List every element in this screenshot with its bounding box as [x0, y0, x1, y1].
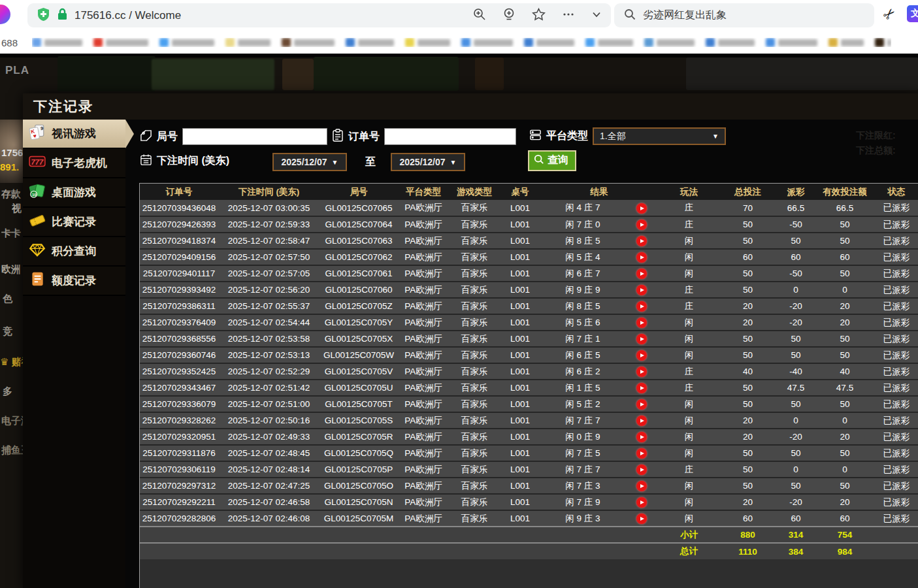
cell-replay[interactable] [625, 494, 658, 510]
replay-play-icon[interactable] [636, 399, 647, 410]
query-button[interactable]: 查询 [528, 150, 576, 171]
replay-play-icon[interactable] [636, 269, 647, 279]
cell-result: 闲 0 庄 9 [540, 429, 625, 445]
cell-status: 已派彩 [874, 396, 918, 412]
cell-total-bet: 20 [720, 298, 776, 314]
bet-time-label: 下注时间 (美东) [157, 154, 229, 168]
zoom-in-icon[interactable] [473, 8, 486, 24]
bookmark-item[interactable] [524, 38, 574, 47]
translate-icon[interactable]: 文 [907, 5, 918, 22]
toolbar-search[interactable]: 劣迹网红复出乱象 [614, 3, 874, 27]
cell-replay[interactable] [625, 265, 658, 282]
replay-play-icon[interactable] [636, 367, 647, 377]
replay-play-icon[interactable] [636, 481, 647, 491]
cell-payout: 50 [776, 445, 816, 461]
replay-play-icon[interactable] [636, 203, 647, 214]
cell-round-id: GL00125C0705N [320, 494, 398, 510]
cell-replay[interactable] [625, 216, 658, 233]
sidebar-item-diamond[interactable]: 积分查询 [23, 237, 125, 267]
date-to-select[interactable]: 2025/12/07 ▼ [391, 153, 465, 171]
sidebar-item-cards[interactable]: 9K♥视讯游戏 [23, 120, 125, 149]
order-id-input[interactable] [384, 128, 516, 145]
screenshot-scissors-icon[interactable]: ✂ [879, 4, 900, 24]
cell-game-type: 百家乐 [449, 510, 500, 527]
cell-round-id: GL00125C07063 [320, 233, 398, 249]
cell-replay[interactable] [625, 347, 658, 363]
cell-replay[interactable] [625, 314, 658, 331]
cell-result: 闲 4 庄 7 [540, 200, 625, 216]
replay-play-icon[interactable] [636, 465, 647, 475]
replay-play-icon[interactable] [636, 497, 647, 508]
replay-play-icon[interactable] [636, 350, 647, 361]
cell-replay[interactable] [625, 298, 658, 314]
cell-replay[interactable] [625, 380, 658, 396]
bookmark-item[interactable] [282, 38, 335, 47]
bookmark-item[interactable] [585, 38, 633, 47]
dropdown-chevron-icon[interactable] [591, 9, 602, 22]
cell-replay[interactable] [625, 510, 658, 527]
cell-play-method: 闲 [658, 396, 720, 412]
cell-game-type: 百家乐 [449, 298, 500, 314]
cell-replay[interactable] [625, 412, 658, 429]
cell-play-method: 闲 [658, 249, 720, 265]
cell-game-type: 百家乐 [449, 494, 500, 510]
more-options-icon[interactable] [562, 8, 575, 24]
round-id-input[interactable] [182, 128, 327, 145]
cell-bet-time: 2025-12-07 02:57:50 [218, 249, 320, 265]
browser-logo[interactable] [0, 5, 10, 24]
https-lock-icon[interactable] [57, 8, 68, 24]
cell-replay[interactable] [625, 396, 658, 412]
bookmark-favicon [93, 38, 103, 47]
cell-table-no: L001 [500, 380, 540, 396]
bookmark-item[interactable] [93, 38, 148, 47]
replay-play-icon[interactable] [636, 448, 647, 459]
bookmark-item[interactable] [159, 38, 214, 47]
replay-play-icon[interactable] [636, 416, 647, 426]
replay-play-icon[interactable] [636, 432, 647, 442]
url-text[interactable]: 175616.cc / Welcome [74, 9, 181, 22]
replay-play-icon[interactable] [636, 285, 647, 295]
bookmark-item[interactable] [346, 38, 394, 47]
site-update-icon[interactable] [502, 8, 516, 24]
bookmark-item[interactable] [225, 38, 270, 47]
bookmark-item[interactable] [405, 38, 450, 47]
cell-replay[interactable] [625, 429, 658, 445]
cell-replay[interactable] [625, 445, 658, 461]
cell-replay[interactable] [625, 331, 658, 347]
address-bar[interactable]: 175616.cc / Welcome [27, 3, 611, 27]
cell-replay[interactable] [625, 282, 658, 298]
cell-replay[interactable] [625, 461, 658, 478]
sidebar-item-document[interactable]: 额度记录 [23, 267, 125, 296]
replay-play-icon[interactable] [636, 514, 647, 524]
replay-play-icon[interactable] [636, 301, 647, 312]
cell-status: 已派彩 [874, 282, 918, 298]
cell-replay[interactable] [625, 233, 658, 249]
bookmark-item[interactable] [706, 38, 755, 47]
cell-replay[interactable] [625, 363, 658, 380]
bookmark-item[interactable] [828, 38, 864, 47]
cell-replay[interactable] [625, 249, 658, 265]
platform-type-select[interactable]: 1.全部 ▼ [593, 127, 726, 145]
bookmark-item[interactable] [875, 38, 891, 47]
cell-replay[interactable] [625, 200, 658, 216]
bookmark-item[interactable] [461, 38, 513, 47]
replay-play-icon[interactable] [636, 318, 647, 328]
adblock-shield-icon[interactable] [37, 7, 50, 24]
replay-play-icon[interactable] [636, 220, 647, 230]
bookmark-item[interactable] [32, 38, 82, 47]
bookmarks-count[interactable]: 688 [1, 37, 21, 48]
sidebar-item-ticket[interactable]: 比赛记录 [23, 208, 125, 237]
replay-play-icon[interactable] [636, 383, 647, 393]
bookmark-item[interactable] [644, 38, 695, 47]
replay-play-icon[interactable] [636, 334, 647, 344]
cell-replay[interactable] [625, 478, 658, 494]
replay-play-icon[interactable] [636, 252, 647, 263]
replay-play-icon[interactable] [636, 236, 647, 246]
sidebar-item-slot-777[interactable]: 777电子老虎机 [23, 149, 125, 178]
sidebar-item-table-games[interactable]: 10桌面游戏 [23, 178, 125, 208]
cell-platform: PA欧洲厅 [398, 265, 449, 282]
cell-valid-bet: 0 [816, 412, 874, 429]
bookmark-item[interactable] [766, 38, 817, 47]
date-from-select[interactable]: 2025/12/07 ▼ [272, 153, 347, 171]
favorite-star-icon[interactable] [532, 8, 546, 24]
